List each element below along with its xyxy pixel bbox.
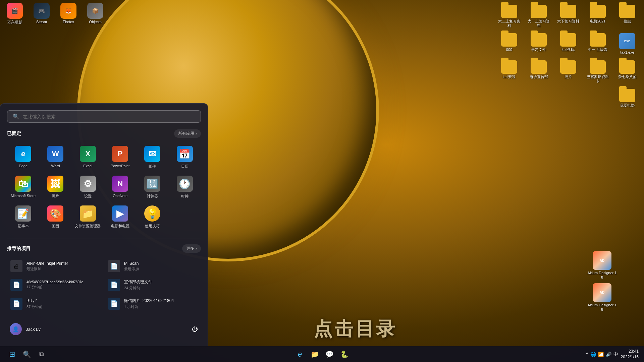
power-button[interactable]: ⏻: [189, 323, 201, 335]
network-icon[interactable]: 🌐: [590, 352, 596, 357]
rec-item-xuanchuan[interactable]: 📄 宣传部机密文件 24 分钟前: [105, 276, 201, 294]
rec-item-wechat-pic[interactable]: 📄 微信图片_20220116221804 1 小时前: [105, 295, 201, 312]
search-input[interactable]: [23, 114, 195, 119]
folder-keildaima[interactable]: keil代码: [555, 32, 582, 56]
firefox-icon: 🦊: [60, 3, 76, 19]
rec-time: 最近添加: [26, 266, 100, 272]
all-apps-button[interactable]: 所有应用 ›: [174, 129, 201, 138]
recommended-more-label: 更多: [186, 246, 194, 251]
altium-icon-1[interactable]: AD Altium Designer 18: [587, 251, 617, 280]
recommended-more-button[interactable]: 更多 ›: [182, 244, 201, 253]
folder-icon: [590, 60, 606, 74]
pinned-app-powerpoint[interactable]: P PowerPoint: [104, 142, 136, 172]
rec-item-miscan[interactable]: 📄 Mi Scan 最近添加: [105, 257, 201, 275]
altium-icon-2[interactable]: AD Altium Designer 18: [587, 283, 617, 312]
top-app-objects[interactable]: 📦 Objects: [82, 1, 109, 26]
chevron-up-icon[interactable]: ^: [586, 352, 588, 357]
folder-dayishang[interactable]: 大一上复习资料: [525, 3, 552, 29]
xuanchuan-icon: 📄: [108, 279, 120, 291]
rec-item-printer[interactable]: 🖨 All-in-One Inkjet Printer 最近添加: [7, 257, 103, 275]
folder-icon: [501, 33, 517, 47]
search-taskbar-button[interactable]: 🔍: [20, 348, 34, 361]
pinned-app-settings[interactable]: ⚙ 设置: [72, 172, 104, 202]
folder-woaidiexie[interactable]: 我爱电协: [614, 87, 641, 109]
wanxing-label: 万兴喵影: [7, 20, 22, 25]
taskbar-right: ^ 🌐 📶 🔊 中 23:41 2022/1/16: [586, 349, 639, 360]
mail-icon: ✉: [144, 146, 160, 162]
folder-zhongyi[interactable]: 中一 吕峻霖: [584, 32, 611, 56]
folder-zaziqizade[interactable]: 杂七杂八的: [614, 59, 641, 85]
rec-item-file46[interactable]: 📄 46e54802587f1adc229d85e49d7807e 17 分钟前: [7, 276, 103, 294]
clock-icon: 🕐: [177, 176, 193, 192]
volume-icon[interactable]: 🔊: [606, 352, 611, 357]
folder-barcelona[interactable]: 巴塞罗那资料卡: [584, 59, 611, 85]
store-label: Microsoft Store: [11, 194, 36, 198]
folder-diexiexuanchuanbu[interactable]: 电协宣传部: [525, 59, 552, 85]
rec-time: 24 分钟前: [124, 286, 198, 291]
wifi-icon[interactable]: 📶: [598, 352, 604, 357]
file-explorer-taskbar-icon[interactable]: 📁: [308, 348, 321, 361]
pinned-app-onenote[interactable]: N OneNote: [104, 172, 136, 202]
folder-xinchong[interactable]: 信虫: [614, 3, 641, 29]
start-button[interactable]: ⊞: [5, 348, 19, 361]
pinned-app-notepad[interactable]: 📝 记事本: [7, 202, 39, 232]
notepad-label: 记事本: [18, 224, 29, 229]
pinned-app-word[interactable]: W Word: [39, 142, 71, 172]
wechat-taskbar-icon[interactable]: 💬: [323, 348, 336, 361]
steam-label: Steam: [36, 20, 47, 24]
user-info[interactable]: 👤 Jack Lv: [7, 322, 43, 337]
folder-label: tax1.exe: [620, 50, 634, 55]
folder-icon: [501, 60, 517, 74]
clock-date: 2022/1/16: [621, 354, 639, 360]
altium-area: AD Altium Designer 18 AD Altium Designer…: [587, 251, 617, 312]
desktop-row-2: 000 学习文件 keil代码 中一 吕峻霖 EXE tax1.exe: [496, 32, 641, 56]
pinned-app-explorer[interactable]: 📁 文件资源管理器: [72, 202, 104, 232]
desktop-row-1: 大二上复习资料 大一上复习资料 大下复习资料 电协2021 信虫: [496, 3, 641, 29]
pinned-app-tips[interactable]: 💡 使用技巧: [136, 202, 168, 232]
folder-daereshang[interactable]: 大二上复习资料: [496, 3, 523, 29]
pinned-app-excel[interactable]: X Excel: [72, 142, 104, 172]
folder-diexie2021[interactable]: 电协2021: [584, 3, 611, 29]
rec-info: 微信图片_20220116221804 1 小时前: [124, 298, 198, 309]
recommended-section-header: 推荐的项目 更多 ›: [7, 244, 201, 253]
search-icon: 🔍: [13, 113, 19, 120]
pinned-app-mail[interactable]: ✉ 邮件: [136, 142, 168, 172]
lang-indicator[interactable]: 中: [613, 351, 618, 357]
pinned-app-paint[interactable]: 🎨 画图: [39, 202, 71, 232]
settings-label: 设置: [84, 194, 92, 199]
folder-keilanzhuan[interactable]: keil安装: [496, 59, 523, 85]
folder-icon: [531, 60, 547, 74]
store-icon: 🛍: [15, 176, 31, 192]
pinned-app-clock[interactable]: 🕐 时钟: [169, 172, 201, 202]
rec-name: Mi Scan: [124, 261, 198, 266]
top-app-wanxing[interactable]: 🎬 万兴喵影: [1, 1, 28, 26]
pinned-app-photos[interactable]: 🖼 照片: [39, 172, 71, 202]
pinned-app-store[interactable]: 🛍 Microsoft Store: [7, 172, 39, 202]
rec-info: Mi Scan 最近添加: [124, 261, 198, 272]
taskbar-left: ⊞ 🔍 ⧉: [5, 348, 48, 361]
task-view-button[interactable]: ⧉: [35, 348, 48, 361]
pinned-app-media[interactable]: ▶ 电影和电视: [104, 202, 136, 232]
folder-daxia[interactable]: 大下复习资料: [555, 3, 582, 29]
top-app-steam[interactable]: 🎮 Steam: [28, 1, 55, 26]
search-bar[interactable]: 🔍: [7, 110, 201, 123]
system-clock[interactable]: 23:41 2022/1/16: [621, 349, 639, 360]
python-taskbar-icon[interactable]: 🐍: [337, 348, 351, 361]
folder-label: 杂七杂八的: [618, 75, 637, 79]
file-tax1exe[interactable]: EXE tax1.exe: [614, 32, 641, 56]
folder-xuexiwenjian[interactable]: 学习文件: [525, 32, 552, 56]
edge-taskbar-icon[interactable]: e: [293, 348, 307, 361]
pinned-app-calculator[interactable]: 🔢 计算器: [136, 172, 168, 202]
folder-icon: [619, 89, 635, 102]
pinned-app-calendar[interactable]: 📅 日历: [169, 142, 201, 172]
pinned-title: 已固定: [7, 131, 21, 137]
pinned-app-edge[interactable]: e Edge: [7, 142, 39, 172]
rec-time: 37 分钟前: [26, 304, 100, 309]
folder-zhaopian[interactable]: 照片: [555, 59, 582, 85]
folder-000[interactable]: 000: [496, 32, 523, 56]
top-apps-bar: 🎬 万兴喵影 🎮 Steam 🦊 Firefox 📦 Objects: [0, 0, 110, 27]
top-app-firefox[interactable]: 🦊 Firefox: [55, 1, 82, 26]
rec-item-pic2[interactable]: 📄 图片2 37 分钟前: [7, 295, 103, 312]
altium-label-2: Altium Designer 18: [587, 303, 617, 312]
altium-icon-img-1: AD: [593, 251, 611, 270]
